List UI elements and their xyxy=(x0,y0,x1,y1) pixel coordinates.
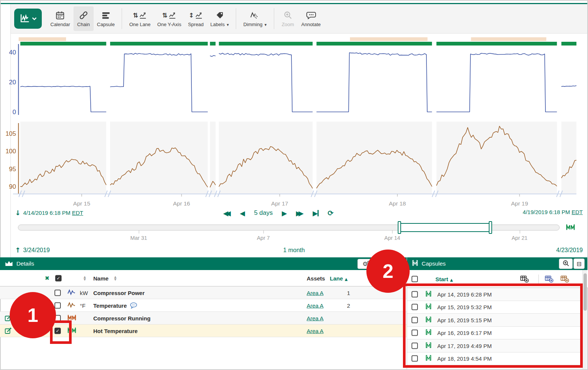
y-axis-tick-label: 95 xyxy=(9,166,16,173)
sort-ascending-icon: ▲ xyxy=(345,277,348,281)
zoom-to-capsule-button[interactable] xyxy=(559,258,573,269)
capsule-checkbox[interactable] xyxy=(412,330,418,336)
capsule-checkbox[interactable] xyxy=(412,342,418,349)
capsule-row[interactable]: Apr 17, 2019 4:49 PM xyxy=(407,339,582,352)
asset-link[interactable]: Area A xyxy=(307,327,323,334)
name-column-header[interactable]: Name xyxy=(93,275,109,281)
asset-link[interactable]: Area A xyxy=(307,315,323,321)
overview-left-handle[interactable] xyxy=(398,221,401,234)
x-axis-day-label: Apr 17 xyxy=(271,200,288,207)
overview-right-handle[interactable] xyxy=(489,221,492,234)
item-name: Temperature xyxy=(93,302,138,308)
compressor-power-line xyxy=(562,85,576,87)
collapse-panel-button[interactable]: ⊟ xyxy=(573,258,585,269)
compressor-running-capsule-bar xyxy=(437,42,557,46)
y-axis-tick-label: 90 xyxy=(9,183,16,190)
sort-type-control[interactable]: ▲▼ xyxy=(84,276,86,281)
annotation-bubble-icon[interactable] xyxy=(130,302,138,308)
capsule-row[interactable]: Apr 16, 2019 6:17 PM xyxy=(407,327,582,340)
capsules-select-all-checkbox[interactable] xyxy=(412,276,418,282)
compressor-running-capsule-bar xyxy=(316,42,432,46)
details-row[interactable]: kWCompressor PowerArea A1 xyxy=(0,286,407,299)
step-back-half-button[interactable]: ◀ xyxy=(240,209,245,217)
callout-badge-1: 1 xyxy=(10,292,56,338)
add-condition-column-button[interactable] xyxy=(560,275,569,283)
capsule-icon xyxy=(425,355,432,363)
compressor-power-line xyxy=(219,53,313,112)
lane-number: 2 xyxy=(347,302,350,308)
row-checkbox[interactable] xyxy=(54,302,61,308)
capsules-table-header: Start▲ xyxy=(407,270,588,288)
capsule-icon xyxy=(425,329,432,337)
capsules-scrollbar[interactable] xyxy=(582,270,587,369)
select-all-checkbox[interactable]: ✓ xyxy=(55,275,62,281)
lane-column-header[interactable]: Lane▲ xyxy=(330,275,348,281)
investigate-range-start[interactable]: ↑ 3/24/2019 xyxy=(15,246,50,254)
item-name-text: Hot Temperature xyxy=(93,327,138,334)
capsule-icon xyxy=(425,290,432,298)
remove-all-icon[interactable]: ✖ xyxy=(45,275,50,282)
display-range-end[interactable]: 4/19/2019 6:18 PM EDT xyxy=(523,209,583,215)
capsule-icon xyxy=(425,316,432,324)
range-start-label: 4/14/2019 6:18 PM xyxy=(23,210,71,216)
details-row[interactable]: °FTemperatureArea A2 xyxy=(0,299,407,312)
step-to-end-button[interactable]: ▶ xyxy=(313,209,319,217)
asset-link[interactable]: Area A xyxy=(307,289,323,296)
add-column-button[interactable] xyxy=(520,275,529,283)
trend-chart[interactable]: 402001051009590Apr 15Apr 16Apr 17Apr 18A… xyxy=(0,0,588,209)
lane-number: 1 xyxy=(347,289,350,296)
overview-tick xyxy=(392,231,392,233)
investigate-range-duration[interactable]: 1 month xyxy=(283,247,305,254)
overview-tick xyxy=(520,231,520,233)
item-name: Compressor Running xyxy=(93,315,150,321)
start-column-header[interactable]: Start▲ xyxy=(435,276,453,282)
capsule-row[interactable]: Apr 16, 2019 5:15 PM xyxy=(407,314,582,327)
compressor-running-capsule-bar xyxy=(562,42,576,46)
capsule-checkbox[interactable] xyxy=(412,291,418,297)
x-axis-day-label: Apr 19 xyxy=(511,200,528,207)
asset-link[interactable]: Area A xyxy=(307,302,323,308)
range-up-arrow-icon: ↑ xyxy=(15,246,21,254)
capsule-row[interactable]: Apr 14, 2019 6:28 PM xyxy=(407,288,582,301)
capsule-row[interactable]: Apr 15, 2019 5:32 PM xyxy=(407,301,582,314)
capsule-row[interactable]: Apr 18, 2019 4:54 PM xyxy=(407,352,582,366)
x-axis-day-label: Apr 18 xyxy=(389,200,406,207)
add-signal-column-button[interactable] xyxy=(545,275,554,283)
row-checkbox[interactable] xyxy=(54,289,61,296)
range-start-timezone[interactable]: EDT xyxy=(72,210,83,216)
row-checkbox[interactable]: ✓ xyxy=(54,327,61,334)
range-end-timezone[interactable]: EDT xyxy=(572,209,583,215)
step-forward-full-button[interactable]: ▶▶ xyxy=(296,209,304,217)
capsules-table-body: Apr 14, 2019 6:28 PMApr 15, 2019 5:32 PM… xyxy=(407,288,582,365)
details-table-body: kWCompressor PowerArea A1°FTemperatureAr… xyxy=(0,286,407,337)
edit-icon[interactable] xyxy=(4,327,12,335)
step-forward-half-button[interactable]: ▶ xyxy=(282,209,287,217)
details-row[interactable]: i✖Compressor RunningArea A xyxy=(0,312,407,324)
investigate-range-end[interactable]: 4/23/2019 xyxy=(556,247,583,254)
refresh-button[interactable]: ⟳ xyxy=(328,209,334,217)
step-back-full-button[interactable]: ◀◀ xyxy=(223,209,231,217)
compressor-running-capsule-bar xyxy=(219,42,313,46)
capsule-checkbox[interactable] xyxy=(412,317,418,323)
scrollbar-thumb[interactable] xyxy=(584,273,587,311)
item-name-text: Compressor Power xyxy=(93,289,145,296)
overview-tick-label: Apr 14 xyxy=(384,235,400,241)
overview-tick xyxy=(139,231,139,233)
duration-button[interactable]: 5 days xyxy=(254,209,273,217)
details-row[interactable]: i✖✓Hot TemperatureArea A xyxy=(0,324,407,337)
item-name-text: Compressor Running xyxy=(93,315,150,321)
compressor-power-line xyxy=(437,53,557,112)
overview-selection-region[interactable] xyxy=(399,223,491,232)
signal-type-icon xyxy=(67,302,75,309)
compressor-power-line xyxy=(110,53,208,112)
overview-tick-label: Apr 21 xyxy=(512,235,528,241)
capsule-checkbox[interactable] xyxy=(412,304,418,310)
capsule-start-value: Apr 16, 2019 5:15 PM xyxy=(437,317,492,323)
y-axis-tick-label: 100 xyxy=(6,148,16,155)
capsule-start-value: Apr 14, 2019 6:28 PM xyxy=(437,291,492,297)
display-range-start[interactable]: ↓ 4/14/2019 6:18 PM EDT xyxy=(15,209,83,217)
capsule-checkbox[interactable] xyxy=(412,355,418,362)
sort-name-control[interactable]: ▲▼ xyxy=(114,276,116,281)
capsule-start-value: Apr 18, 2019 4:54 PM xyxy=(437,355,492,362)
assets-column-header[interactable]: Assets xyxy=(307,275,325,281)
